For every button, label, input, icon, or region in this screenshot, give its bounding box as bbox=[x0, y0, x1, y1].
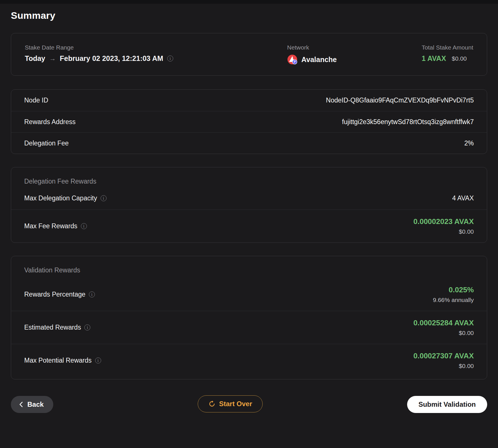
rewards-percentage-value: 0.025% bbox=[433, 285, 474, 294]
node-id-label: Node ID bbox=[24, 96, 48, 104]
start-over-label: Start Over bbox=[219, 400, 252, 408]
network-block: Network P Avalanche bbox=[287, 44, 422, 65]
info-icon[interactable]: i bbox=[81, 223, 87, 229]
info-icon[interactable]: i bbox=[101, 195, 107, 201]
estimated-rewards-value: 0.00025284 AVAX bbox=[413, 318, 474, 327]
total-stake-fiat: $0.00 bbox=[452, 55, 467, 62]
back-button[interactable]: Back bbox=[11, 396, 53, 413]
arrow-right-icon: → bbox=[49, 55, 56, 62]
info-icon[interactable]: i bbox=[89, 291, 95, 297]
max-delegation-capacity-label: Max Delegation Capacity bbox=[24, 194, 97, 202]
total-stake-label: Total Stake Amount bbox=[422, 44, 473, 51]
max-fee-rewards-value: 0.00002023 AVAX bbox=[413, 217, 474, 226]
node-id-row: Node ID NodeID-Q8Gfaaio9FAqCmZVEXDq9bFvN… bbox=[11, 90, 487, 111]
validation-rewards-card: Validation Rewards Rewards Percentage i … bbox=[11, 256, 487, 379]
info-icon[interactable]: i bbox=[167, 56, 173, 61]
max-delegation-capacity-row: Max Delegation Capacity i 4 AVAX bbox=[11, 187, 487, 209]
page-title: Summary bbox=[11, 10, 487, 21]
max-fee-rewards-fiat: $0.00 bbox=[413, 228, 474, 235]
estimated-rewards-label: Estimated Rewards bbox=[24, 324, 81, 331]
refresh-icon bbox=[208, 400, 215, 407]
window-top-edge bbox=[0, 0, 498, 4]
rewards-address-value: fujittgi2e3k56enytwSd78rtOtsq3izg8wnftff… bbox=[342, 118, 474, 126]
start-over-button[interactable]: Start Over bbox=[198, 395, 263, 412]
rewards-address-label: Rewards Address bbox=[24, 118, 75, 126]
summary-page: Summary Stake Date Range Today → Februar… bbox=[0, 10, 498, 425]
rewards-percentage-sub: 9.66% annually bbox=[433, 297, 474, 303]
max-fee-rewards-label: Max Fee Rewards bbox=[24, 222, 77, 230]
delegation-fee-value: 2% bbox=[464, 139, 474, 147]
footer-actions: Back Start Over Submit Validation bbox=[11, 395, 487, 425]
back-button-label: Back bbox=[27, 400, 44, 408]
stake-date-range-block: Stake Date Range Today → February 02 202… bbox=[25, 44, 287, 63]
rewards-percentage-row: Rewards Percentage i 0.025% 9.66% annual… bbox=[11, 276, 487, 311]
max-potential-rewards-value: 0.00027307 AVAX bbox=[413, 352, 474, 360]
submit-validation-button[interactable]: Submit Validation bbox=[407, 396, 487, 413]
stake-summary-card: Stake Date Range Today → February 02 202… bbox=[11, 33, 487, 76]
delegation-fee-row: Delegation Fee 2% bbox=[11, 132, 487, 154]
rewards-percentage-label: Rewards Percentage bbox=[24, 291, 85, 298]
avalanche-icon: P bbox=[287, 54, 297, 65]
total-stake-block: Total Stake Amount 1 AVAX $0.00 bbox=[422, 44, 473, 63]
svg-text:P: P bbox=[294, 60, 296, 63]
validation-rewards-title: Validation Rewards bbox=[11, 256, 487, 276]
estimated-rewards-row: Estimated Rewards i 0.00025284 AVAX $0.0… bbox=[11, 311, 487, 344]
max-potential-rewards-row: Max Potential Rewards i 0.00027307 AVAX … bbox=[11, 344, 487, 379]
network-label: Network bbox=[287, 44, 422, 51]
stake-date-from: Today bbox=[25, 54, 45, 63]
estimated-rewards-fiat: $0.00 bbox=[413, 330, 474, 336]
delegation-fee-label: Delegation Fee bbox=[24, 139, 69, 147]
network-value: Avalanche bbox=[301, 56, 337, 64]
submit-validation-label: Submit Validation bbox=[419, 400, 476, 408]
info-icon[interactable]: i bbox=[95, 357, 101, 363]
node-details-card: Node ID NodeID-Q8Gfaaio9FAqCmZVEXDq9bFvN… bbox=[11, 89, 487, 154]
max-potential-rewards-label: Max Potential Rewards bbox=[24, 357, 92, 364]
delegation-fee-rewards-card: Delegation Fee Rewards Max Delegation Ca… bbox=[11, 167, 487, 243]
chevron-left-icon bbox=[19, 401, 23, 408]
rewards-address-row: Rewards Address fujittgi2e3k56enytwSd78r… bbox=[11, 111, 487, 132]
max-potential-rewards-fiat: $0.00 bbox=[413, 363, 474, 369]
stake-date-range-label: Stake Date Range bbox=[25, 44, 287, 51]
node-id-value: NodeID-Q8Gfaaio9FAqCmZVEXDq9bFvNPvDi7rt5 bbox=[326, 96, 474, 104]
max-fee-rewards-row: Max Fee Rewards i 0.00002023 AVAX $0.00 bbox=[11, 209, 487, 243]
total-stake-amount: 1 AVAX bbox=[422, 54, 446, 63]
delegation-fee-rewards-title: Delegation Fee Rewards bbox=[11, 167, 487, 187]
info-icon[interactable]: i bbox=[84, 324, 90, 330]
max-delegation-capacity-value: 4 AVAX bbox=[452, 194, 474, 202]
stake-date-to: February 02 2023, 12:21:03 AM bbox=[60, 54, 163, 63]
